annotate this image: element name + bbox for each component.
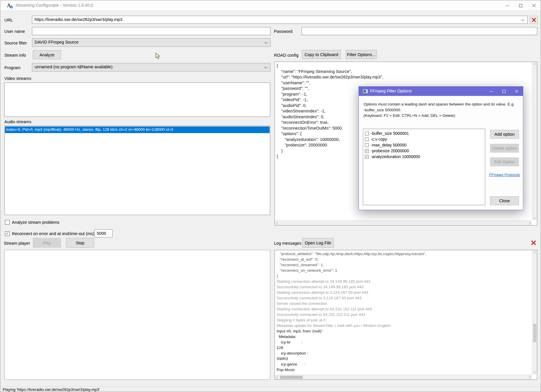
clear-log-button[interactable] — [530, 239, 537, 246]
dialog-instructions-line2: -buffer_size 5000000 — [363, 107, 520, 113]
analyze-button[interactable]: Analyze — [33, 50, 61, 59]
scroll-left-icon[interactable] — [276, 222, 279, 225]
dialog-instructions: Options must contain a leading dash and … — [363, 101, 520, 119]
username-input[interactable] — [32, 27, 270, 35]
filter-option-row[interactable]: ✓-probesize 20000000 — [364, 148, 484, 154]
dialog-title: FFmpeg Filter Options — [370, 89, 412, 93]
maximize-button[interactable] — [514, 0, 527, 11]
log-line: 128 — [277, 345, 531, 350]
log-hscrollbar[interactable] — [275, 375, 532, 380]
road-config-json-line: { — [277, 63, 531, 69]
scroll-up-icon[interactable] — [533, 252, 536, 255]
red-x-icon — [531, 240, 536, 246]
filter-option-row[interactable]: ✓-analyzeduration 10000000 — [364, 154, 484, 160]
minimize-icon — [490, 90, 493, 93]
scroll-right-icon[interactable] — [528, 222, 531, 225]
log-line: Input #0, mp3, from '(null)': — [277, 328, 531, 334]
mouse-cursor — [155, 53, 162, 60]
video-streams-list[interactable] — [4, 83, 270, 117]
minimize-icon — [506, 4, 509, 7]
scroll-right-icon[interactable] — [528, 376, 531, 379]
edit-option-button[interactable]: Edit Option — [490, 157, 519, 166]
log-vscrollbar[interactable] — [532, 250, 537, 375]
delete-option-button[interactable]: Delete option — [490, 144, 519, 153]
filter-option-row[interactable]: -max_delay 500000 — [364, 142, 484, 148]
stop-button[interactable]: Stop — [66, 238, 94, 248]
reconnect-label: Reconnect on error and at end — [12, 231, 69, 236]
play-button[interactable]: Play — [33, 238, 61, 248]
road-config-label: ROAD config — [274, 53, 299, 58]
svg-text:A: A — [7, 3, 11, 8]
scroll-down-icon[interactable] — [533, 216, 536, 219]
log-line: icy-br : — [277, 339, 531, 345]
filter-options-button[interactable]: Filter Options... — [346, 50, 377, 59]
timeout-input[interactable] — [94, 229, 112, 237]
url-label: URL — [4, 18, 13, 22]
log-line: Successfully connected to 3.124.167.50 p… — [277, 295, 531, 301]
log-line: "protocol_whitelist": "file,udp,rtp,rtmp… — [277, 251, 531, 257]
road-config-json-line: "name": "FFmpeg Streaming Source", — [277, 69, 531, 75]
close-icon — [532, 4, 536, 7]
option-checkbox[interactable] — [365, 137, 369, 141]
audio-stream-item-selected[interactable]: Index=0, Pid=0, mp3 (mp3float), 48000 Hz… — [5, 126, 270, 133]
ffmpeg-protocols-link[interactable]: FFmpeg Protocols — [487, 173, 523, 177]
road-config-hscrollbar[interactable] — [275, 220, 532, 225]
stream-player-view — [4, 250, 270, 380]
scroll-down-icon[interactable] — [533, 370, 536, 373]
log-line: Server closed the connection — [277, 301, 531, 306]
status-bar: Playing 'https://liveradio.swr.de/sw282p… — [0, 386, 541, 392]
url-value: https://liveradio.swr.de/sw282p3/swr3/pl… — [35, 17, 122, 22]
close-button[interactable] — [527, 0, 541, 11]
open-log-file-button[interactable]: Open Log File — [302, 238, 334, 248]
log-line: "reconnect_streamed": 1, — [277, 262, 531, 268]
log-line: icy-genre : — [277, 361, 531, 367]
log-text[interactable]: "protocol_whitelist": "file,udp,rtp,rtmp… — [277, 251, 531, 374]
filter-option-row[interactable]: -buffer_size 5000001 — [364, 130, 484, 136]
red-x-icon — [531, 17, 536, 22]
close-dialog-button[interactable]: Close — [490, 196, 519, 205]
option-checkbox[interactable] — [365, 143, 369, 147]
app-icon: A — [7, 2, 13, 9]
option-label: -probesize 20000000 — [371, 148, 409, 153]
option-checkbox[interactable]: ✓ — [365, 155, 369, 159]
option-label: -buffer_size 5000001 — [371, 131, 409, 136]
dialog-close-button[interactable] — [510, 87, 523, 96]
url-combobox[interactable]: https://liveradio.swr.de/sw282p3/swr3/pl… — [32, 16, 528, 24]
filter-options-list[interactable]: -buffer_size 5000001-c:v copy-max_delay … — [363, 129, 485, 205]
chevron-down-icon[interactable] — [521, 18, 524, 21]
chevron-down-icon[interactable] — [264, 65, 267, 68]
hscroll-thumb[interactable] — [280, 376, 303, 379]
log-line: } — [277, 273, 531, 279]
window-title: Streaming Configurator - Version 1.0.40.… — [15, 3, 93, 8]
option-checkbox[interactable]: ✓ — [365, 149, 369, 153]
clear-url-button[interactable] — [530, 16, 538, 24]
dialog-minimize-button[interactable] — [485, 87, 497, 96]
program-dropdown[interactable]: unnamed (no program Id/Name available) — [32, 63, 270, 71]
source-filter-dropdown[interactable]: DAVID FFmpeg Source — [32, 38, 270, 47]
log-line: Successfully connected to 83.231.152.111… — [277, 312, 531, 317]
chevron-down-icon[interactable] — [264, 40, 267, 44]
vscroll-thumb[interactable] — [533, 324, 536, 342]
filter-option-row[interactable]: -c:v copy — [364, 136, 484, 142]
scroll-left-icon[interactable] — [276, 376, 279, 379]
dialog-instructions-line1: Options must contain a leading dash and … — [363, 101, 520, 107]
dialog-title-bar: FFmpeg Filter Options — [359, 87, 523, 96]
road-config-json-line: "userName": "", — [277, 80, 531, 86]
video-streams-label: Video streams — [4, 76, 31, 81]
road-config-json-line: "url": "https://liveradio.swr.de/sw282p3… — [277, 74, 531, 80]
copy-to-clipboard-button[interactable]: Copy to Clipboard — [302, 50, 341, 59]
log-line: Metadata update for StreamTitle: I melt … — [277, 323, 531, 328]
password-label: Password — [274, 29, 293, 34]
log-line: SWR3 — [277, 356, 531, 361]
app-window: A Streaming Configurator - Version 1.0.4… — [0, 0, 541, 392]
audio-streams-list[interactable]: Index=0, Pid=0, mp3 (mp3float), 48000 Hz… — [4, 126, 270, 215]
password-input[interactable] — [302, 27, 537, 35]
option-checkbox[interactable] — [365, 132, 369, 135]
scroll-up-icon[interactable] — [533, 63, 536, 66]
dialog-maximize-button[interactable] — [497, 87, 510, 96]
reconnect-checkbox[interactable]: ✓ — [5, 231, 10, 236]
minimize-button[interactable] — [501, 0, 514, 11]
add-option-button[interactable]: Add option — [490, 130, 519, 139]
analyze-problems-checkbox[interactable] — [5, 220, 10, 225]
road-config-vscrollbar[interactable] — [532, 62, 537, 220]
